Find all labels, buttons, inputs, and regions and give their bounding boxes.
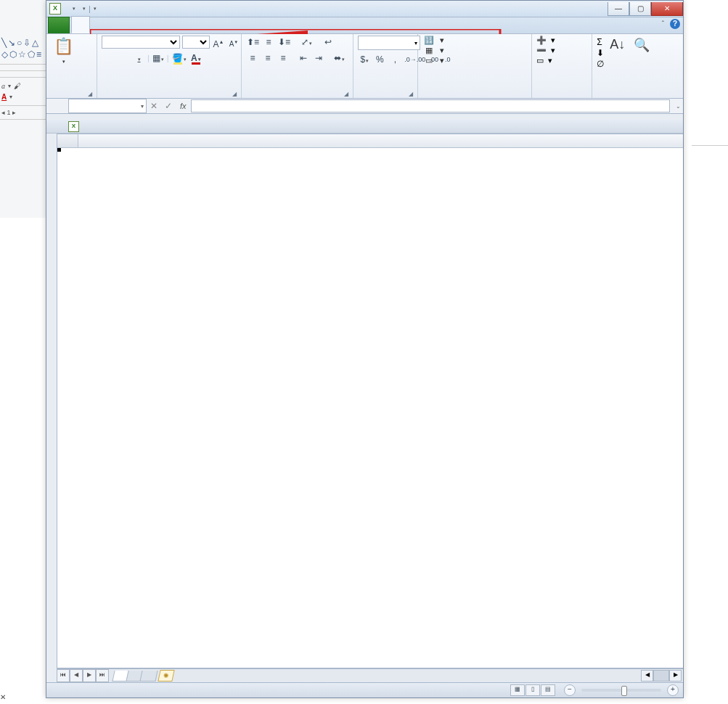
- comma-format-icon[interactable]: ,: [388, 53, 401, 66]
- formula-input[interactable]: [191, 99, 670, 112]
- sheet-nav-last[interactable]: ⏭: [96, 669, 109, 682]
- statusbar: ▦ ▯ ▤ − +: [46, 682, 683, 697]
- copy-icon[interactable]: [79, 52, 92, 65]
- sheet-nav-next[interactable]: ▶: [83, 669, 96, 682]
- grid-rows: [57, 147, 683, 668]
- ribbon-tabs: ˆ ?: [46, 17, 683, 34]
- format-cells-button[interactable]: ▭ ▾: [536, 56, 555, 65]
- increase-indent-icon[interactable]: ⇥: [312, 52, 325, 65]
- paste-button[interactable]: 📋 ▾: [51, 36, 76, 66]
- fx-icon[interactable]: fx: [176, 102, 191, 110]
- font-dialog-launcher[interactable]: ◢: [232, 91, 237, 97]
- insert-icon: ➕: [536, 36, 547, 45]
- number-format-select[interactable]: ▾: [358, 36, 420, 50]
- decrease-font-icon[interactable]: A▼: [227, 36, 240, 49]
- increase-font-icon[interactable]: A▲: [212, 36, 225, 49]
- tab-home[interactable]: [71, 16, 90, 33]
- maximize-button[interactable]: ▢: [629, 2, 651, 16]
- number-dialog-launcher[interactable]: ◢: [409, 91, 413, 97]
- group-alignment: ⬆≡ ≡ ⬇≡ ⤢ ↩ ≡ ≡ ≡ ⇤ ⇥ ⬌: [242, 34, 353, 98]
- expand-formula-bar-icon[interactable]: ⌄: [673, 103, 683, 110]
- orientation-icon[interactable]: ⤢: [300, 36, 313, 49]
- workbook-titlebar: X: [46, 120, 683, 134]
- view-page-break-icon[interactable]: ▤: [541, 684, 555, 696]
- autosum-icon[interactable]: Σ: [597, 37, 604, 47]
- column-headers: [57, 134, 683, 148]
- delete-icon: ➖: [536, 46, 547, 55]
- percent-format-icon[interactable]: %: [373, 53, 386, 66]
- merge-center-icon[interactable]: ⬌: [332, 52, 345, 65]
- background-right-panel: [692, 138, 728, 225]
- minimize-button[interactable]: —: [608, 2, 629, 16]
- new-sheet-button[interactable]: ✺: [158, 670, 174, 682]
- tab-insert[interactable]: [90, 17, 107, 33]
- clipboard-dialog-launcher[interactable]: ◢: [88, 91, 92, 97]
- find-select-icon: 🔍: [634, 37, 650, 53]
- tab-data[interactable]: [142, 17, 160, 33]
- font-color-button[interactable]: A: [189, 52, 203, 65]
- tab-view[interactable]: [177, 17, 195, 33]
- align-center-icon[interactable]: ≡: [261, 52, 274, 65]
- tab-formulas[interactable]: [125, 17, 142, 33]
- wrap-text-icon[interactable]: ↩: [322, 36, 335, 49]
- format-as-table-button[interactable]: ▦ ▾: [424, 46, 444, 55]
- name-box[interactable]: [68, 99, 147, 113]
- group-styles: 🔢 ▾ ▦ ▾ ▭ ▾: [418, 34, 531, 98]
- sort-filter-icon: A↓: [610, 37, 625, 52]
- find-select-button[interactable]: 🔍: [631, 36, 653, 56]
- align-bottom-icon[interactable]: ⬇≡: [277, 36, 291, 49]
- bold-button[interactable]: [102, 52, 115, 65]
- paste-icon: 📋: [54, 37, 73, 56]
- tab-review[interactable]: [160, 17, 177, 33]
- file-tab[interactable]: [48, 17, 70, 33]
- format-painter-icon[interactable]: [79, 66, 92, 79]
- cut-icon[interactable]: [79, 37, 92, 50]
- fill-icon[interactable]: ⬇: [597, 48, 604, 58]
- border-button[interactable]: ▦: [152, 52, 165, 65]
- close-button[interactable]: ✕: [651, 2, 683, 16]
- hscroll-thumb[interactable]: [653, 670, 669, 682]
- sheet-nav-prev[interactable]: ◀: [70, 669, 83, 682]
- clear-icon[interactable]: ∅: [597, 59, 604, 69]
- align-right-icon[interactable]: ≡: [277, 52, 290, 65]
- sort-filter-button[interactable]: A↓: [607, 36, 628, 55]
- spreadsheet-grid[interactable]: [57, 134, 683, 668]
- select-all-corner[interactable]: [57, 134, 78, 147]
- sheet-tab-3[interactable]: [139, 671, 158, 682]
- tab-page-layout[interactable]: [107, 17, 125, 33]
- group-clipboard: 📋 ▾ ◢: [46, 34, 97, 98]
- titlebar: X ▾ ▾ | ▾ — ▢ ✕: [46, 1, 683, 17]
- align-middle-icon[interactable]: ≡: [262, 36, 275, 49]
- align-left-icon[interactable]: ≡: [246, 52, 259, 65]
- cancel-formula-icon[interactable]: ✕: [147, 101, 161, 111]
- help-icon[interactable]: ?: [670, 19, 680, 29]
- decrease-indent-icon[interactable]: ⇤: [297, 52, 310, 65]
- enter-formula-icon[interactable]: ✓: [161, 101, 176, 111]
- group-number: ▾ $ % , .0→.00 .00→.0 ◢: [353, 34, 418, 98]
- cell-styles-icon: ▭: [424, 56, 434, 65]
- view-page-layout-icon[interactable]: ▯: [525, 684, 540, 696]
- hscroll-left[interactable]: ◀: [641, 670, 653, 682]
- font-name-select[interactable]: [102, 36, 180, 49]
- accounting-format-icon[interactable]: $: [358, 53, 371, 66]
- view-normal-icon[interactable]: ▦: [510, 684, 525, 696]
- minimize-ribbon-icon[interactable]: ˆ: [662, 20, 664, 28]
- align-top-icon[interactable]: ⬆≡: [246, 36, 260, 49]
- delete-cells-button[interactable]: ➖ ▾: [536, 46, 555, 55]
- quick-access-toolbar: X ▾ ▾ | ▾: [46, 3, 97, 15]
- font-size-select[interactable]: [182, 36, 210, 49]
- fill-color-button[interactable]: 🪣: [171, 52, 187, 65]
- zoom-out-button[interactable]: −: [564, 684, 576, 696]
- conditional-formatting-button[interactable]: 🔢 ▾: [424, 36, 444, 45]
- zoom-slider[interactable]: [581, 689, 661, 692]
- background-status: ✕: [0, 693, 6, 701]
- sheet-nav-first[interactable]: ⏮: [57, 669, 70, 682]
- cell-styles-button[interactable]: ▭ ▾: [424, 56, 444, 65]
- insert-cells-button[interactable]: ➕ ▾: [536, 36, 555, 45]
- hscroll-right[interactable]: ▶: [669, 670, 682, 682]
- zoom-in-button[interactable]: +: [667, 684, 679, 696]
- italic-button[interactable]: [117, 52, 130, 65]
- alignment-dialog-launcher[interactable]: ◢: [344, 91, 348, 97]
- underline-button[interactable]: [132, 52, 145, 65]
- format-icon: ▭: [536, 56, 544, 65]
